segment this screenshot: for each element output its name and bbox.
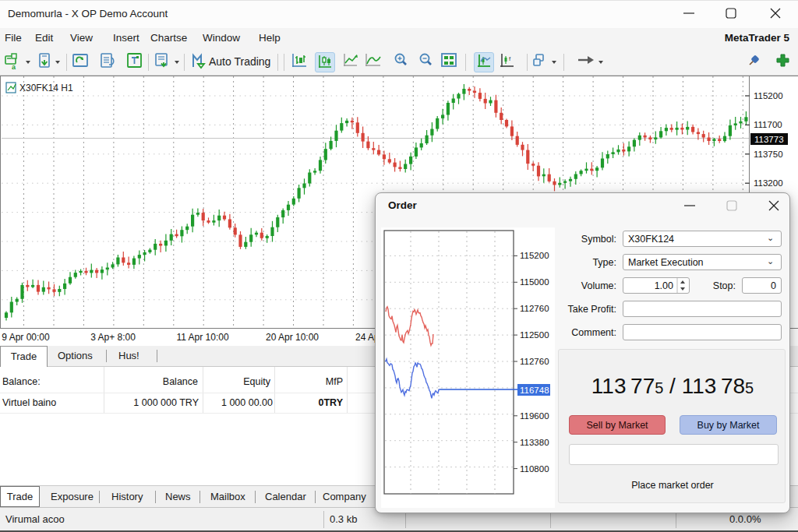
svg-text:3 Ap+ 8:00: 3 Ap+ 8:00 xyxy=(90,332,136,343)
svg-text:11 Apr 10:00: 11 Apr 10:00 xyxy=(176,332,228,343)
svg-text:115200: 115200 xyxy=(520,251,549,260)
svg-text:115000: 115000 xyxy=(520,277,549,287)
svg-text:113773: 113773 xyxy=(754,135,784,144)
svg-text:112760: 112760 xyxy=(520,304,549,313)
svg-text:115200: 115200 xyxy=(754,91,783,100)
svg-text:116748: 116748 xyxy=(520,386,549,395)
svg-text:113750: 113750 xyxy=(754,150,783,159)
svg-text:112760: 112760 xyxy=(520,357,549,366)
svg-text:f: f xyxy=(509,55,511,62)
svg-text:110800: 110800 xyxy=(520,464,549,474)
svg-text:9 Apr 00:00: 9 Apr 00:00 xyxy=(2,332,50,343)
svg-text:20 Apr 10:00: 20 Apr 10:00 xyxy=(266,332,319,343)
svg-text:113380: 113380 xyxy=(520,438,549,447)
svg-text:113200: 113200 xyxy=(754,178,783,188)
svg-text:111700: 111700 xyxy=(754,120,782,129)
svg-text:112500: 112500 xyxy=(520,330,549,340)
svg-text:119600: 119600 xyxy=(520,411,549,421)
svg-text:X30FK14 H1: X30FK14 H1 xyxy=(19,83,73,93)
